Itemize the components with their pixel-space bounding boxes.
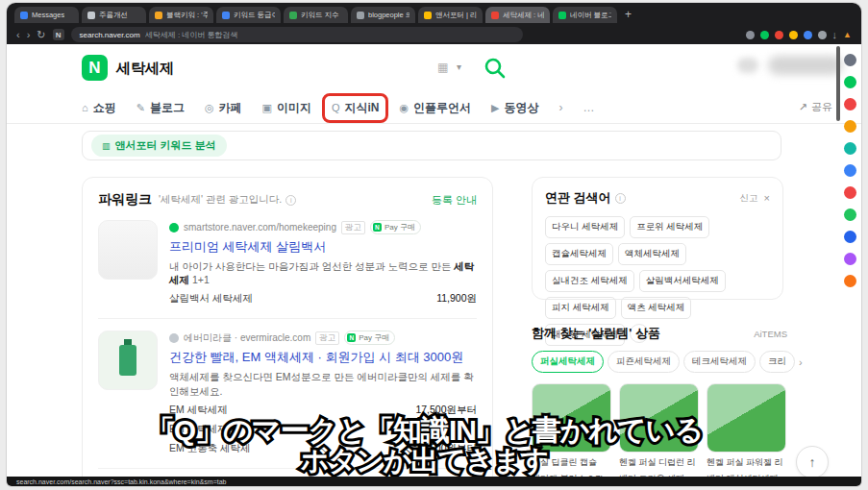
bookmark-icon[interactable] — [844, 231, 856, 243]
related-keyword[interactable]: 실내건조 세탁세제 — [545, 270, 634, 292]
nav-ellipsis-icon[interactable]: … — [583, 101, 595, 114]
bookmark-icon[interactable] — [844, 98, 856, 110]
extension-icon[interactable] — [804, 31, 812, 39]
ad-sublink[interactable]: EM 세탁세제17,500원부터 — [169, 404, 477, 417]
related-keyword[interactable]: 피지 세탁세제 — [545, 297, 616, 319]
scrollbar-thumb[interactable] — [836, 46, 840, 121]
browser-tab[interactable]: 키워드 등급이란? — [216, 7, 281, 23]
powerlink-header: 파워링크 '세탁세제' 관련 광고입니다. i 등록 안내 — [98, 191, 477, 208]
extension-icon[interactable] — [818, 31, 827, 39]
ad-title-link[interactable]: 프리미엄 세탁세제 살림백서 — [169, 238, 477, 256]
extension-icon[interactable] — [775, 31, 783, 39]
ad-source-row[interactable]: smartstore.naver.com/homekeeping 광고 NPay… — [169, 220, 477, 234]
related-keyword[interactable]: 다우니 세탁세제 — [545, 216, 625, 238]
scroll-to-top-button[interactable]: ↑ — [796, 446, 829, 477]
new-tab-button[interactable]: + — [620, 7, 636, 23]
register-guide-link[interactable]: 등록 안내 — [432, 193, 477, 208]
status-bar: search.naver.com/search.naver?ssc=tab.ki… — [7, 477, 861, 486]
keyword-analysis-button[interactable]: ▥앤서포터 키워드 분석 — [91, 135, 227, 157]
bookmark-sidebar — [842, 54, 858, 287]
extension-icon[interactable] — [746, 31, 755, 39]
browser-tab-active[interactable]: 세탁세제 : 네이버 — [485, 7, 550, 23]
nav-more-chevron-icon[interactable]: › — [559, 101, 563, 114]
chevron-down-icon[interactable]: ▾ — [457, 61, 461, 72]
tab-favicon — [491, 12, 499, 19]
address-bar: ‹ › ↻ N search.naver.com 세탁세제 : 네이버 통합검색… — [7, 23, 861, 46]
ad-sublink[interactable]: EM 세탁세제용11,500원부터 — [169, 423, 477, 436]
bookmark-icon[interactable] — [844, 275, 856, 287]
warning-icon[interactable]: ▲ — [843, 30, 852, 39]
bookmark-icon[interactable] — [844, 253, 856, 265]
tab-label: Messages — [32, 11, 64, 19]
url-field[interactable]: search.naver.com 세탁세제 : 네이버 통합검색 — [71, 27, 523, 42]
ad-sublink[interactable]: 살림백서 세탁세제11,900원 — [169, 292, 477, 306]
ad-thumbnail[interactable] — [98, 220, 158, 280]
browser-tab[interactable]: 주름개선 — [82, 7, 146, 23]
naver-pay-badge: NPay 구매 — [370, 220, 421, 234]
products-title: 함께 찾는 '살림템' 상품 — [532, 325, 660, 342]
product-image — [532, 383, 611, 453]
nav-tab-shopping[interactable]: ⌂쇼핑 — [82, 100, 116, 116]
related-keyword[interactable]: 살림백서세탁세제 — [639, 270, 726, 292]
back-icon[interactable]: ‹ — [16, 29, 20, 40]
sublink-label: 살림백서 세탁세제 — [169, 292, 253, 306]
sublink-label: EM 고농축 세탁제 — [169, 442, 251, 455]
naver-app-icon[interactable]: N — [53, 29, 64, 40]
related-keyword[interactable]: 캡슐세탁세제 — [545, 243, 613, 265]
nav-tab-blog[interactable]: ✎블로그 — [136, 100, 185, 116]
nav-tab-video[interactable]: ▶동영상 — [491, 100, 538, 116]
product-tab-active[interactable]: 퍼실세탁세제 — [532, 351, 604, 373]
account-area-blurred — [768, 56, 843, 75]
browser-tab[interactable]: Messages — [14, 7, 79, 23]
extension-icon[interactable] — [760, 31, 769, 39]
bookmark-icon[interactable] — [844, 186, 856, 199]
download-icon[interactable]: ↓ — [832, 29, 838, 40]
browser-tab[interactable]: 키워드 지수 — [284, 7, 348, 23]
bookmark-icon[interactable] — [844, 76, 856, 88]
naver-logo[interactable]: N — [82, 55, 108, 81]
related-keyword[interactable]: 액츠 세탁세제 — [621, 297, 692, 319]
ad-sublink[interactable]: EM 고농축 세탁제16,500원부터 — [169, 442, 477, 455]
product-tab[interactable]: 테크세탁세제 — [683, 351, 756, 373]
ad-title-link[interactable]: 건강한 빨래, EM 액체세제 · 회원가입 시 최대 3000원 — [169, 349, 477, 366]
forward-icon[interactable]: › — [27, 29, 31, 40]
bookmark-icon[interactable] — [844, 54, 856, 66]
nav-tab-influencer[interactable]: ◉인플루언서 — [399, 100, 471, 116]
npay-label: Pay 구매 — [384, 222, 415, 233]
product-card[interactable]: 퍼실 딥클린 캡슐 렌더젤 블러스 2.7L 최저 30,900원 — [532, 383, 611, 477]
ad-source-row[interactable]: 에버미라클 · evermiracle.com 광고 NPay 구매 — [169, 331, 477, 345]
share-button[interactable]: ↗공유 — [799, 100, 832, 114]
browser-tab[interactable]: 앤서포터 | 리뷰인 — [418, 7, 483, 23]
ad-body: 에버미라클 · evermiracle.com 광고 NPay 구매 건강한 빨… — [169, 331, 477, 454]
info-icon[interactable]: i — [615, 193, 626, 204]
bookmark-icon[interactable] — [844, 164, 856, 177]
nav-tab-kin[interactable]: Q 지식iN — [332, 100, 380, 116]
reload-icon[interactable]: ↻ — [37, 29, 45, 41]
tabs-more-chevron-icon[interactable]: › — [799, 356, 803, 368]
product-card[interactable]: 헨켈 퍼실 디럽런 리 벤더 드림용 세제... 최저 12,770원 — [619, 383, 699, 477]
report-link[interactable]: 신고 — [740, 192, 758, 205]
browser-window: Messages 주름개선 블랙키워 : '주름 키워드 등급이란? 키워드 지… — [7, 3, 861, 486]
product-tab[interactable]: 크리 — [759, 351, 795, 373]
browser-tab[interactable]: 블랙키워 : '주름 — [149, 7, 213, 23]
browser-tab[interactable]: blogpeople 의 블 — [351, 7, 415, 23]
product-tab[interactable]: 피죤세탁세제 — [608, 351, 680, 373]
bookmark-icon[interactable] — [844, 208, 856, 221]
keyboard-icon[interactable]: ▦ — [437, 61, 448, 74]
related-keyword[interactable]: 프로위 세탁세제 — [630, 216, 709, 238]
product-card[interactable]: 헨켈 퍼실 파워젤 리 벤더 액상세탁세제... 최저 6,820원 — [707, 383, 786, 477]
browser-tab[interactable]: 네이버 블로그림 — [553, 7, 617, 23]
related-keyword[interactable]: 액체세탁세제 — [618, 243, 686, 265]
nav-tab-image[interactable]: ▣이미지 — [261, 100, 310, 116]
info-icon[interactable]: i — [285, 195, 296, 206]
search-button[interactable] — [484, 57, 507, 80]
ad-item: 에버미라클 · evermiracle.com 광고 NPay 구매 건강한 빨… — [98, 331, 477, 454]
close-icon[interactable]: × — [764, 192, 770, 204]
extension-icon[interactable] — [789, 31, 798, 39]
site-favicon — [169, 333, 179, 343]
bookmark-icon[interactable] — [844, 120, 856, 133]
nav-tab-cafe[interactable]: ◎카페 — [205, 100, 242, 116]
ad-thumbnail[interactable] — [98, 331, 158, 390]
bookmark-icon[interactable] — [844, 142, 856, 155]
sublink-label: EM 세탁세제 — [169, 404, 228, 417]
